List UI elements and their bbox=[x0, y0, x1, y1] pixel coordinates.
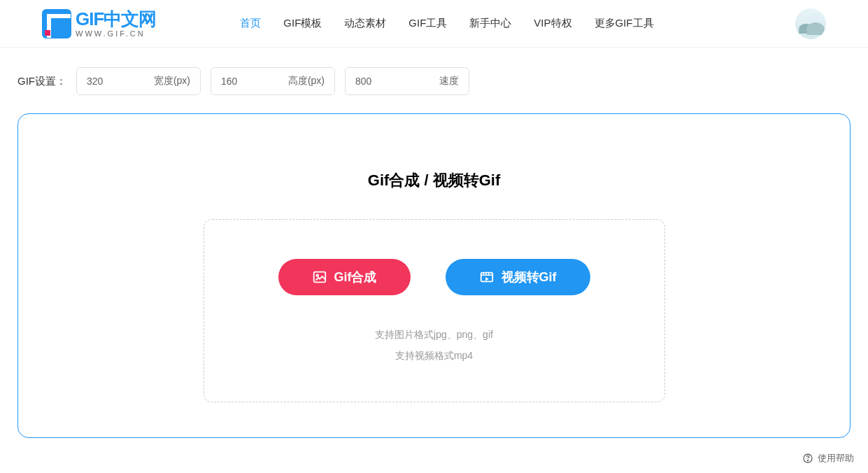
nav-tools[interactable]: GIF工具 bbox=[408, 17, 447, 30]
speed-input-group: 速度 bbox=[345, 67, 469, 95]
gif-compose-label: Gif合成 bbox=[334, 269, 377, 285]
logo-text: GIF中文网 WWW.GIF.CN bbox=[76, 10, 156, 38]
height-input-group: 高度(px) bbox=[211, 67, 335, 95]
image-icon bbox=[312, 269, 327, 285]
speed-input[interactable] bbox=[355, 76, 411, 87]
logo-subtitle: WWW.GIF.CN bbox=[76, 30, 156, 38]
nav-more-tools[interactable]: 更多GIF工具 bbox=[595, 17, 654, 30]
nav-templates[interactable]: GIF模板 bbox=[283, 17, 322, 30]
nav-newbie[interactable]: 新手中心 bbox=[469, 17, 511, 30]
logo-icon bbox=[42, 9, 71, 38]
nav-home[interactable]: 首页 bbox=[240, 17, 261, 30]
header: GIF中文网 WWW.GIF.CN 首页 GIF模板 动态素材 GIF工具 新手… bbox=[0, 0, 868, 48]
upload-dropzone[interactable]: Gif合成 视频转Gif 支持图片格式jpg、png、gif 支持视频格式mp4 bbox=[204, 219, 665, 402]
nav: 首页 GIF模板 动态素材 GIF工具 新手中心 VIP特权 更多GIF工具 bbox=[240, 17, 653, 30]
hint-image: 支持图片格式jpg、png、gif bbox=[375, 329, 493, 341]
video-icon bbox=[479, 269, 495, 285]
logo-title: GIF中文网 bbox=[76, 10, 156, 28]
main-card: Gif合成 / 视频转Gif Gif合成 视频转Gif 支持图片格式jpg bbox=[17, 113, 851, 438]
video-to-gif-button[interactable]: 视频转Gif bbox=[446, 259, 590, 295]
button-row: Gif合成 视频转Gif bbox=[278, 259, 590, 295]
width-input-group: 宽度(px) bbox=[76, 67, 201, 95]
nav-materials[interactable]: 动态素材 bbox=[344, 17, 386, 30]
width-suffix: 宽度(px) bbox=[154, 75, 190, 87]
card-title: Gif合成 / 视频转Gif bbox=[368, 170, 500, 191]
hint-video: 支持视频格式mp4 bbox=[395, 350, 473, 362]
nav-vip[interactable]: VIP特权 bbox=[534, 17, 571, 30]
gif-compose-button[interactable]: Gif合成 bbox=[278, 259, 411, 295]
svg-rect-2 bbox=[481, 273, 492, 282]
width-input[interactable] bbox=[87, 76, 143, 87]
video-to-gif-label: 视频转Gif bbox=[501, 269, 557, 285]
height-suffix: 高度(px) bbox=[288, 75, 325, 87]
logo[interactable]: GIF中文网 WWW.GIF.CN bbox=[42, 9, 156, 38]
settings-row: GIF设置： 宽度(px) 高度(px) 速度 bbox=[0, 48, 868, 106]
speed-suffix: 速度 bbox=[439, 75, 459, 87]
height-input[interactable] bbox=[221, 76, 277, 87]
settings-label: GIF设置： bbox=[17, 75, 66, 88]
svg-point-1 bbox=[316, 274, 318, 276]
avatar[interactable] bbox=[795, 8, 826, 39]
